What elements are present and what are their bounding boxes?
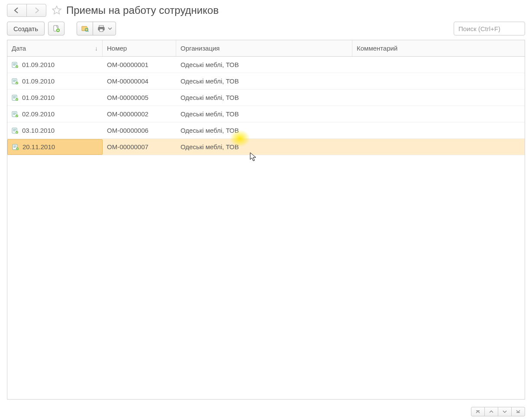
column-header-number-label: Номер [107,45,127,52]
grid-header: Дата ↓ Номер Организация Комментарий [7,40,525,57]
cell-organization: Одеські меблі, ТОВ [181,61,239,68]
cell-date: 03.10.2010 [22,127,55,134]
cell-number: ОМ-00000004 [107,77,148,85]
cell-date: 02.09.2010 [22,110,55,118]
grid-body: 01.09.2010ОМ-00000001Одеські меблі, ТОВ0… [7,57,525,155]
table-row[interactable]: 01.09.2010ОМ-00000004Одеські меблі, ТОВ [7,73,525,90]
cell-date: 01.09.2010 [22,61,55,68]
cell-organization: Одеські меблі, ТОВ [181,77,239,85]
svg-rect-5 [100,29,103,32]
column-header-comment[interactable]: Комментарий [352,40,525,56]
cell-organization: Одеські меблі, ТОВ [181,143,239,150]
cell-organization: Одеські меблі, ТОВ [181,94,239,101]
svg-rect-3 [99,26,103,27]
cell-organization: Одеські меблі, ТОВ [181,110,239,118]
forward-button[interactable] [26,4,46,17]
document-icon [12,144,19,150]
column-header-date-label: Дата [12,45,26,52]
actions-group [77,22,116,35]
column-header-organization[interactable]: Организация [176,40,352,56]
print-button[interactable] [93,22,116,35]
document-icon [12,62,19,68]
cell-number: ОМ-00000001 [107,61,148,68]
scroll-buttons [471,407,525,416]
create-button[interactable]: Создать [7,22,45,35]
favorite-star-icon[interactable] [51,4,63,16]
search-input[interactable] [454,22,525,35]
create-button-label: Создать [13,25,38,32]
column-header-organization-label: Организация [181,45,219,52]
document-icon [12,95,19,101]
table-row[interactable]: 01.09.2010ОМ-00000005Одеські меблі, ТОВ [7,90,525,106]
column-header-number[interactable]: Номер [103,40,176,56]
table-row[interactable]: 01.09.2010ОМ-00000001Одеські меблі, ТОВ [7,57,525,73]
cell-date: 20.11.2010 [23,143,55,150]
back-button[interactable] [7,4,27,17]
page-title: Приемы на работу сотрудников [66,4,219,16]
document-icon [12,128,19,134]
cell-date: 01.09.2010 [22,94,55,101]
column-header-date[interactable]: Дата ↓ [7,40,103,56]
document-icon [12,78,19,84]
cell-organization: Одеські меблі, ТОВ [181,127,239,134]
column-header-comment-label: Комментарий [357,45,397,52]
sort-indicator-icon: ↓ [95,45,98,52]
document-icon [12,111,19,117]
toolbar: Создать [0,19,532,40]
scroll-down-button[interactable] [498,407,512,416]
scroll-top-button[interactable] [471,407,485,416]
cell-number: ОМ-00000007 [107,143,148,150]
create-copy-button[interactable] [48,22,64,35]
header-bar: Приемы на работу сотрудников [0,0,532,19]
table-row[interactable]: 03.10.2010ОМ-00000006Одеські меблі, ТОВ [7,122,525,139]
cell-number: ОМ-00000005 [107,94,148,101]
cell-number: ОМ-00000002 [107,110,148,118]
data-grid: Дата ↓ Номер Организация Комментарий 01.… [7,40,525,400]
table-row[interactable]: 20.11.2010ОМ-00000007Одеські меблі, ТОВ [7,139,525,155]
scroll-bottom-button[interactable] [511,407,525,416]
cell-number: ОМ-00000006 [107,127,148,134]
cell-date: 01.09.2010 [22,77,55,85]
table-row[interactable]: 02.09.2010ОМ-00000002Одеські меблі, ТОВ [7,106,525,122]
scroll-up-button[interactable] [484,407,498,416]
find-by-number-button[interactable] [77,22,93,35]
